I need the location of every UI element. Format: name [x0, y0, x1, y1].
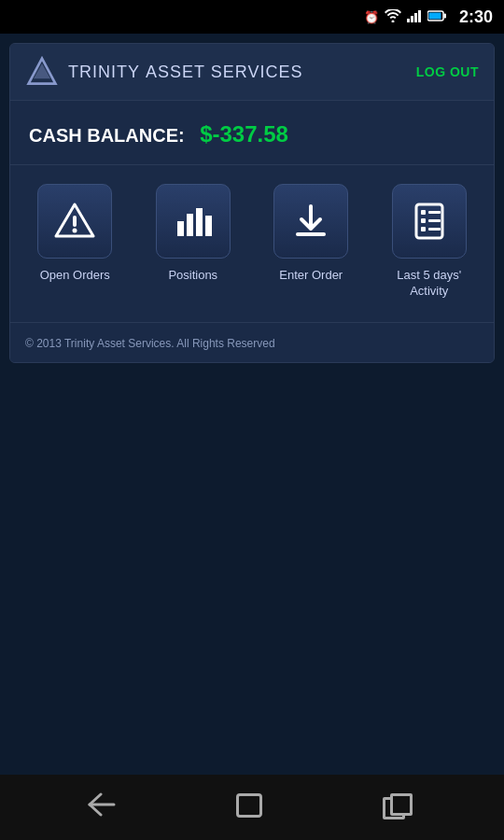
footer-copyright: © 2013 Trinity Asset Services. All Right… [25, 337, 275, 350]
bar-chart-icon [173, 201, 214, 242]
svg-rect-17 [421, 210, 426, 215]
header-left: TRINITY ASSET SERVICES [25, 55, 302, 89]
svg-rect-10 [73, 216, 77, 227]
status-icons: ⏰ [364, 9, 446, 25]
svg-rect-18 [428, 211, 441, 214]
home-button[interactable] [236, 793, 262, 821]
svg-rect-2 [414, 13, 417, 22]
svg-rect-6 [428, 12, 441, 19]
positions-button[interactable]: Positions [147, 184, 240, 284]
wifi-icon [385, 9, 401, 25]
cash-balance-label: CASH BALANCE: [29, 125, 185, 146]
clock-icon: ⏰ [364, 10, 379, 24]
svg-rect-14 [196, 208, 203, 236]
list-doc-icon [409, 201, 450, 242]
svg-rect-19 [421, 218, 426, 223]
app-header: TRINITY ASSET SERVICES LOG OUT [10, 44, 494, 101]
status-bar: ⏰ 2:30 [0, 0, 504, 34]
download-arrow-icon [290, 201, 331, 242]
enter-order-label: Enter Order [279, 268, 343, 284]
positions-label: Positions [168, 268, 217, 284]
recents-button[interactable] [383, 793, 416, 821]
last5days-icon-box [392, 184, 467, 259]
svg-rect-21 [421, 227, 426, 231]
last5days-button[interactable]: Last 5 days' Activity [383, 184, 476, 300]
app-wrapper: TRINITY ASSET SERVICES LOG OUT CASH BALA… [0, 34, 504, 775]
enter-order-button[interactable]: Enter Order [264, 184, 357, 284]
open-orders-label: Open Orders [40, 268, 110, 284]
open-orders-icon-box [37, 184, 112, 259]
svg-rect-20 [428, 219, 441, 222]
svg-rect-15 [205, 216, 212, 236]
app-footer: © 2013 Trinity Asset Services. All Right… [10, 323, 494, 362]
svg-rect-5 [443, 13, 446, 18]
menu-grid: Open Orders Positions [10, 165, 494, 323]
last5days-label: Last 5 days' Activity [383, 268, 476, 300]
svg-point-11 [73, 229, 77, 233]
cash-balance-value: $-337.58 [200, 121, 288, 147]
battery-icon [427, 10, 446, 24]
enter-order-icon-box [273, 184, 348, 259]
app-card: TRINITY ASSET SERVICES LOG OUT CASH BALA… [9, 43, 495, 363]
open-orders-button[interactable]: Open Orders [28, 184, 121, 284]
bottom-nav [0, 775, 504, 840]
logout-button[interactable]: LOG OUT [416, 64, 479, 79]
recents-front-icon [390, 793, 413, 816]
header-title: TRINITY ASSET SERVICES [68, 63, 302, 82]
svg-rect-3 [418, 10, 421, 22]
signal-icon [407, 9, 422, 25]
svg-rect-1 [411, 16, 413, 22]
status-time: 2:30 [459, 7, 493, 27]
svg-rect-0 [407, 19, 410, 22]
svg-rect-13 [187, 214, 193, 236]
back-button[interactable] [88, 792, 116, 823]
svg-rect-22 [428, 228, 441, 231]
positions-icon-box [156, 184, 231, 259]
svg-rect-12 [177, 221, 184, 236]
cash-balance-section: CASH BALANCE: $-337.58 [10, 101, 494, 165]
warning-triangle-icon [54, 201, 95, 242]
home-icon [236, 793, 262, 818]
logo-icon [25, 55, 59, 89]
